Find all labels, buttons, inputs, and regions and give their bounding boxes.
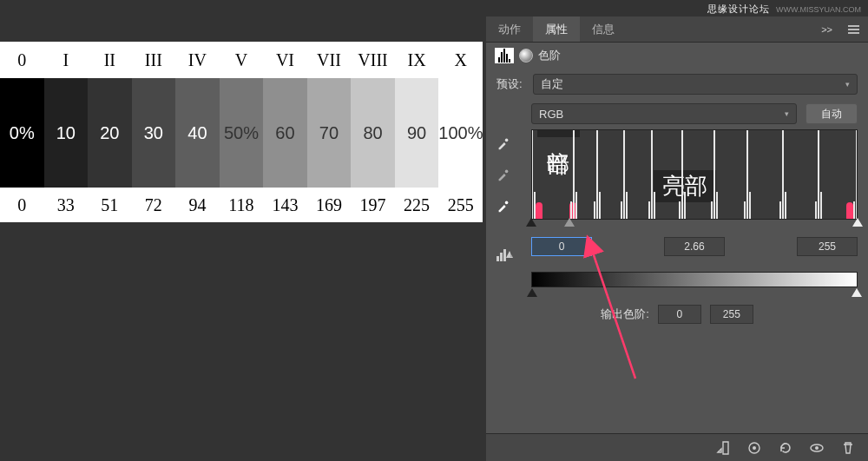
chart-swatch-cell: 80	[351, 78, 395, 188]
histogram[interactable]: 暗部 亮部	[531, 129, 858, 220]
chart-swatch-cell: 50%	[220, 78, 264, 188]
svg-point-8	[753, 446, 756, 450]
chart-value-cell: 169	[307, 188, 352, 222]
chart-swatch-cell: 0%	[0, 78, 44, 188]
chart-roman-cell: VI	[263, 42, 307, 78]
adjustment-title: 色阶	[538, 48, 561, 63]
channel-select[interactable]: RGB ▾	[531, 103, 797, 124]
chart-swatch-cell: 100%	[438, 78, 483, 188]
trash-icon[interactable]	[840, 440, 856, 456]
properties-panel: 动作 属性 信息 >> 色阶 预设: 自定 ▾ RGB ▾ 自动	[486, 16, 868, 461]
panel-menu-icon[interactable]	[839, 25, 868, 34]
svg-rect-3	[496, 256, 499, 261]
preset-row: 预设: 自定 ▾	[486, 69, 868, 100]
chart-value-cell: 94	[175, 188, 220, 222]
tab-actions[interactable]: 动作	[486, 16, 533, 42]
chart-roman-cell: II	[88, 42, 132, 78]
svg-rect-4	[500, 253, 503, 261]
pink-marker	[846, 202, 853, 220]
visibility-icon[interactable]	[809, 440, 825, 456]
output-hi-input[interactable]: 255	[710, 305, 753, 324]
previous-state-icon[interactable]	[746, 440, 762, 456]
svg-point-2	[505, 201, 509, 205]
preset-value: 自定	[541, 76, 563, 92]
levels-icon	[495, 48, 514, 63]
chart-swatch-cell: 30	[132, 78, 176, 188]
histogram-warning-icon[interactable]: !	[496, 249, 514, 264]
eyedropper-tools	[495, 135, 512, 214]
output-lo-input[interactable]: 0	[658, 305, 701, 324]
chart-roman-cell: III	[132, 42, 176, 78]
grayscale-chart: 0IIIIIIIVVVIVIIVIIIIXX 0%1020304050%6070…	[0, 42, 483, 222]
chart-row-swatch: 0%1020304050%60708090100%	[0, 78, 483, 188]
chevron-down-icon: ▾	[785, 109, 789, 118]
output-highlight-slider[interactable]	[852, 288, 862, 297]
chart-roman-cell: VII	[307, 42, 352, 78]
panel-collapse-icon[interactable]: >>	[814, 24, 839, 35]
chart-swatch-cell: 20	[88, 78, 132, 188]
chart-value-cell: 0	[0, 188, 44, 222]
pink-marker	[536, 202, 542, 220]
chart-roman-cell: IV	[175, 42, 220, 78]
output-gradient[interactable]	[531, 272, 858, 287]
chart-value-cell: 72	[132, 188, 176, 222]
chart-value-cell: 143	[263, 188, 307, 222]
chart-value-cell: 51	[88, 188, 132, 222]
chevron-down-icon: ▾	[845, 80, 850, 89]
mask-icon[interactable]	[519, 49, 533, 63]
chart-swatch-cell: 90	[395, 78, 439, 188]
svg-point-1	[505, 170, 509, 174]
panel-tabs: 动作 属性 信息 >>	[486, 16, 868, 43]
watermark-cn: 思缘设计论坛	[707, 3, 770, 14]
panel-footer	[486, 433, 868, 461]
midtone-input[interactable]: 2.66	[664, 237, 725, 256]
channel-value: RGB	[539, 108, 563, 121]
reset-icon[interactable]	[778, 440, 793, 456]
output-shadow-slider[interactable]	[527, 288, 537, 297]
chart-value-cell: 118	[220, 188, 264, 222]
svg-text:!: !	[510, 252, 512, 258]
chart-value-cell: 33	[44, 188, 89, 222]
chart-value-cell: 197	[351, 188, 395, 222]
adjustment-header: 色阶	[486, 43, 868, 69]
chart-value-cell: 255	[438, 188, 483, 222]
shadow-input[interactable]: 0	[531, 237, 592, 256]
preset-label: 预设:	[496, 76, 526, 92]
input-sliders[interactable]	[531, 218, 858, 230]
chart-roman-cell: I	[44, 42, 89, 78]
chart-roman-cell: X	[438, 42, 483, 78]
svg-point-0	[505, 139, 509, 142]
output-label: 输出色阶:	[601, 306, 649, 322]
eyedropper-gray-icon[interactable]	[495, 166, 512, 183]
eyedropper-white-icon[interactable]	[495, 197, 512, 214]
chart-swatch-cell: 70	[307, 78, 352, 188]
auto-button[interactable]: 自动	[806, 103, 858, 124]
preset-select[interactable]: 自定 ▾	[533, 74, 858, 95]
highlight-slider[interactable]	[852, 218, 863, 227]
tab-info[interactable]: 信息	[580, 16, 627, 42]
midtone-slider[interactable]	[564, 218, 575, 227]
chart-row-values: 033517294118143169197225255	[0, 188, 483, 222]
eyedropper-black-icon[interactable]	[495, 135, 512, 152]
chart-swatch-cell: 60	[263, 78, 307, 188]
svg-point-10	[815, 446, 819, 450]
shadow-slider[interactable]	[526, 218, 536, 227]
chart-roman-cell: V	[220, 42, 264, 78]
svg-rect-5	[503, 249, 506, 261]
highlight-input[interactable]: 255	[797, 237, 858, 256]
tab-properties[interactable]: 属性	[533, 16, 580, 42]
watermark: 思缘设计论坛 WWW.MISSYUAN.COM	[707, 3, 861, 16]
chart-row-roman: 0IIIIIIIVVVIVIIVIIIIXX	[0, 42, 483, 78]
clip-icon[interactable]	[715, 440, 731, 456]
chart-swatch-cell: 40	[175, 78, 220, 188]
chart-roman-cell: VIII	[351, 42, 395, 78]
chart-swatch-cell: 10	[44, 78, 89, 188]
watermark-en: WWW.MISSYUAN.COM	[776, 5, 861, 14]
chart-roman-cell: 0	[0, 42, 44, 78]
chart-value-cell: 225	[395, 188, 439, 222]
chart-roman-cell: IX	[395, 42, 439, 78]
